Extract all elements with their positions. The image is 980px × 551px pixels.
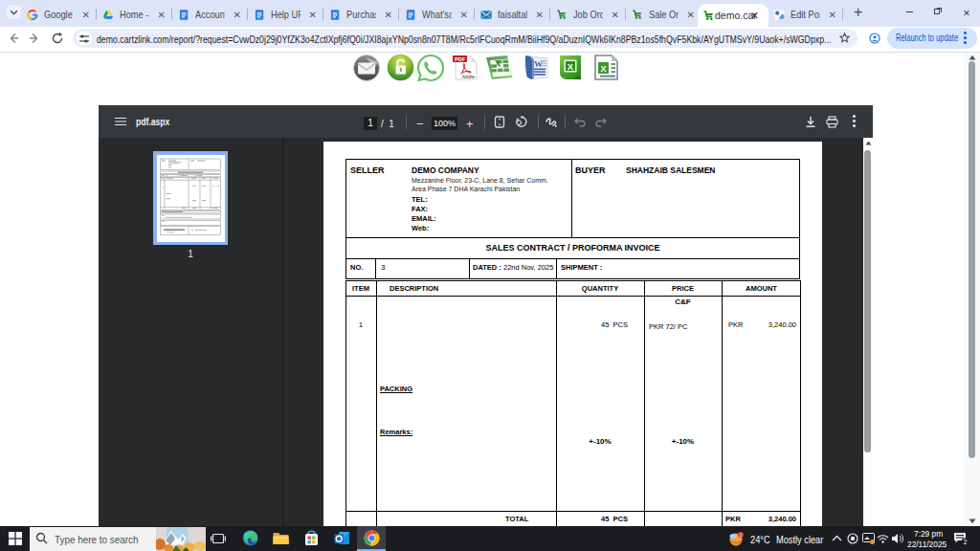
svg-text:2: 2 <box>964 539 968 545</box>
svg-text:PDF: PDF <box>455 56 466 62</box>
svg-text:X: X <box>600 64 606 74</box>
svg-text:X: X <box>495 58 502 68</box>
svg-text:Adobe: Adobe <box>462 75 476 79</box>
svg-text:X: X <box>568 61 574 72</box>
